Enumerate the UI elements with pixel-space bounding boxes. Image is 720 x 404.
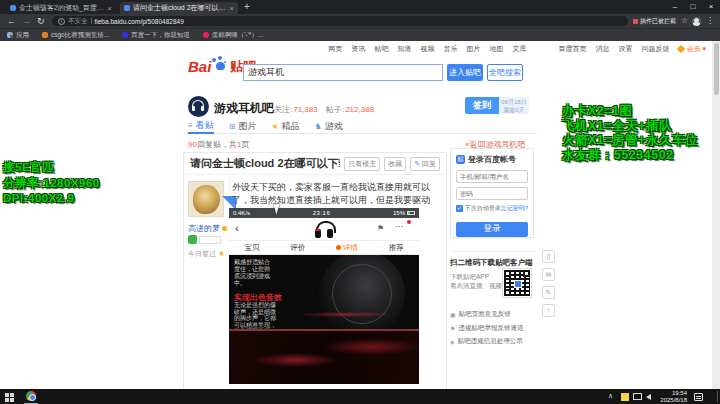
author-username[interactable]: 高进的梦 bbox=[188, 223, 227, 234]
float-top-button[interactable]: ↑ bbox=[542, 304, 555, 317]
paw-badge-icon bbox=[222, 226, 227, 231]
tab-posts[interactable]: ≡看贴 bbox=[188, 118, 214, 134]
tab-featured[interactable]: ★精品 bbox=[271, 118, 299, 134]
search-all-button[interactable]: 全吧搜索 bbox=[487, 64, 523, 81]
star-icon: ★ bbox=[218, 249, 225, 258]
tray-expand-icon[interactable]: ∧ bbox=[608, 392, 613, 400]
taskbar-clock[interactable]: 19:54 2025/8/18 bbox=[653, 390, 687, 403]
checkbox-checked-icon[interactable]: ✓ bbox=[456, 205, 463, 212]
reply-icon: ✎ bbox=[414, 160, 420, 167]
start-button[interactable] bbox=[5, 393, 14, 402]
nav-link[interactable]: 知道 bbox=[397, 44, 411, 54]
qr-caption-1: 下载贴吧APP bbox=[450, 273, 489, 282]
float-mobile-button[interactable]: ▯ bbox=[542, 250, 555, 263]
post-image-phone-screenshot[interactable]: 0.4K/s 23:16 15% ‹ ⚑ ⋯ 宝贝 评价 详情 推荐 bbox=[229, 208, 419, 384]
sticky-notes-tray-icon[interactable] bbox=[621, 393, 629, 401]
overlay-line: 分辨率:1280X960 bbox=[3, 176, 100, 192]
maximize-button[interactable]: □ bbox=[684, 0, 702, 14]
action-center-icon[interactable] bbox=[694, 393, 703, 401]
overlay-line: 飞机X1=全天+插队 bbox=[562, 119, 698, 134]
stream-overlay-left: 接5E官匹 分辨率:1280X960 DPI:400X2.9 bbox=[3, 160, 100, 207]
plugin-blocked-indicator[interactable]: 插件已被拦截 bbox=[633, 16, 676, 26]
forward-icon[interactable]: → bbox=[22, 16, 31, 26]
volume-tray-icon[interactable] bbox=[646, 394, 651, 400]
back-icon[interactable]: ← bbox=[7, 16, 16, 26]
logo-bai-text: Bai bbox=[188, 59, 211, 74]
red-glow bbox=[281, 311, 411, 318]
forum-name[interactable]: 游戏耳机吧 bbox=[214, 100, 274, 117]
headset-thumbnail bbox=[313, 220, 335, 239]
bookmark-item[interactable]: 蛋糕啊喂（'-'*）... bbox=[203, 31, 264, 40]
sign-in-button[interactable]: 签到 bbox=[465, 97, 499, 114]
nav-link-home[interactable]: 百度首页 bbox=[558, 44, 586, 54]
minimize-button[interactable]: – bbox=[666, 0, 684, 14]
nav-link[interactable]: 地图 bbox=[489, 44, 503, 54]
username-field[interactable] bbox=[456, 170, 528, 183]
nav-link[interactable]: 图片 bbox=[466, 44, 480, 54]
reload-icon[interactable]: ↻ bbox=[37, 16, 45, 26]
tab-item: 宝贝 bbox=[244, 243, 259, 253]
nav-link[interactable]: 文库 bbox=[512, 44, 526, 54]
scrollbar-thumb[interactable] bbox=[714, 43, 719, 95]
notification-dot bbox=[407, 220, 411, 224]
browser-tab-1[interactable]: 金士顿骇客2的驱动_百度搜索 × bbox=[6, 2, 116, 14]
close-tab-icon[interactable]: × bbox=[107, 4, 112, 13]
qr-corner bbox=[504, 289, 511, 296]
menu-kebab-icon[interactable]: ⋮ bbox=[706, 16, 714, 25]
author-avatar[interactable] bbox=[188, 181, 224, 217]
address-bar[interactable]: i 不安全 tieba.baidu.com/p/5080482849 bbox=[52, 16, 628, 26]
report-link[interactable]: ⚑违规贴吧举报反馈通道 bbox=[450, 324, 540, 333]
nav-link-feedback[interactable]: 问题反馈 bbox=[641, 44, 669, 54]
window-controls: – □ × bbox=[666, 0, 720, 14]
bookmark-item[interactable]: csgo比赛预测竞猜... bbox=[42, 31, 109, 40]
login-button[interactable]: 登录 bbox=[456, 222, 528, 237]
float-edit-button[interactable]: ✎ bbox=[542, 286, 555, 299]
float-message-button[interactable]: ✉ bbox=[542, 268, 555, 281]
browser-tab-2-active[interactable]: 请问金士顿cloud 2在哪可以下载驱 × bbox=[120, 2, 238, 14]
tab1-title: 金士顿骇客2的驱动_百度搜索 bbox=[19, 3, 104, 13]
show-desktop-button[interactable] bbox=[717, 391, 718, 402]
sidebar-links: ▣贴吧页面意见反馈 ⚑违规贴吧举报反馈通道 ◈贴吧违规信息处理公示 bbox=[450, 310, 540, 351]
nav-link-messages[interactable]: 消息 bbox=[595, 44, 609, 54]
bookmark-apps[interactable]: 应用 bbox=[7, 31, 29, 40]
vip-member-link[interactable]: 会员▾ bbox=[678, 44, 706, 54]
image-caption-top: 戴感舒适贴合度佳，让您彻底沉浸到游戏中。 bbox=[234, 259, 270, 287]
divider bbox=[91, 18, 92, 24]
enter-tieba-button[interactable]: 进入贴吧 bbox=[447, 64, 483, 81]
notice-link[interactable]: ◈贴吧违规信息处理公示 bbox=[450, 337, 540, 346]
new-tab-button[interactable]: + bbox=[244, 1, 250, 12]
clock-date: 2025/8/18 bbox=[653, 397, 687, 404]
nav-link[interactable]: 视频 bbox=[420, 44, 434, 54]
collect-button[interactable]: 收藏 bbox=[384, 157, 406, 171]
tab-games[interactable]: ♞游戏 bbox=[315, 118, 343, 134]
feedback-link[interactable]: ▣贴吧页面意见反馈 bbox=[450, 310, 540, 319]
nav-link-settings[interactable]: 设置 bbox=[618, 44, 632, 54]
display-tray-icon[interactable] bbox=[633, 393, 642, 400]
star-icon: ★ bbox=[271, 122, 278, 131]
flag-icon: ⚑ bbox=[377, 224, 384, 233]
site-info-icon[interactable]: i bbox=[58, 18, 65, 25]
nav-link[interactable]: 网页 bbox=[328, 44, 342, 54]
tieba-search-input[interactable] bbox=[243, 64, 443, 81]
only-author-button[interactable]: 只看楼主 bbox=[344, 157, 380, 171]
close-button[interactable]: × bbox=[702, 0, 720, 14]
forgot-password-link[interactable]: 忘记密码? bbox=[501, 204, 528, 213]
posts-icon: ≡ bbox=[188, 121, 193, 130]
close-tab-icon[interactable]: × bbox=[229, 4, 234, 13]
login-title: 登录百度帐号 bbox=[468, 154, 516, 165]
chrome-taskbar-icon[interactable] bbox=[26, 391, 36, 401]
author-column: 高进的梦 今日签过 ★ bbox=[184, 175, 230, 389]
nav-link[interactable]: 资讯 bbox=[351, 44, 365, 54]
nav-link[interactable]: 贴吧 bbox=[374, 44, 388, 54]
product-image-keyboard bbox=[229, 331, 419, 384]
tab-images[interactable]: ⊞图片 bbox=[229, 118, 257, 134]
profile-avatar[interactable] bbox=[692, 17, 701, 26]
bookmark-item[interactable]: 百度一下，你就知道 bbox=[122, 31, 190, 40]
posts-count: 212,388 bbox=[345, 105, 374, 114]
bookmark-star-icon[interactable]: ☆ bbox=[681, 16, 688, 25]
auto-login-option[interactable]: ✓ 下次自动登录 bbox=[456, 204, 501, 213]
forum-avatar[interactable] bbox=[188, 96, 209, 117]
nav-link[interactable]: 音乐 bbox=[443, 44, 457, 54]
reply-button[interactable]: ✎ 回复 bbox=[410, 157, 440, 171]
password-field[interactable] bbox=[456, 187, 528, 200]
